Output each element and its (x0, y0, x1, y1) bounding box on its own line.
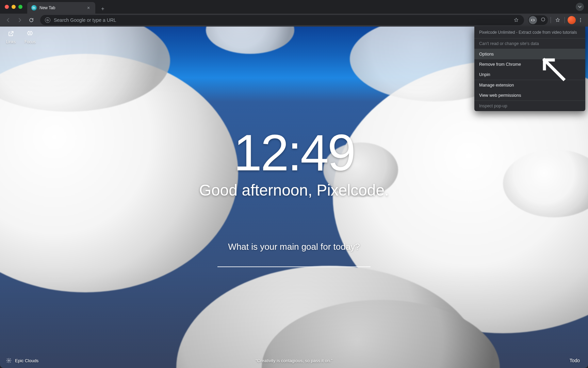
clock: 12:49 (199, 127, 389, 178)
toolbar-divider (565, 17, 565, 23)
svg-point-0 (580, 18, 581, 19)
omnibox[interactable]: G Search Google or type a URL (40, 15, 524, 25)
tab-search-button[interactable] (576, 3, 584, 11)
goal-prompt: What is your main goal for today? (217, 242, 371, 252)
menu-item-inspect: Inspect pop-up (474, 101, 585, 111)
svg-point-2 (580, 21, 581, 22)
reload-button[interactable] (27, 15, 36, 25)
brain-icon (26, 30, 34, 37)
browser-tab[interactable]: m New Tab × (27, 2, 95, 14)
titlebar: m New Tab × + (0, 0, 588, 14)
svg-point-1 (580, 20, 581, 21)
links-tool[interactable]: Links (6, 30, 16, 44)
menu-item-options[interactable]: Options (474, 49, 585, 59)
svg-point-3 (8, 360, 10, 361)
focus-label: Focus (24, 40, 36, 44)
context-menu-title: Pixelcode Unlimited - Extract code from … (474, 27, 585, 38)
extension-context-menu: Pixelcode Unlimited - Extract code from … (474, 27, 585, 111)
toolbar-divider (551, 17, 551, 23)
bookmark-star-icon[interactable] (513, 17, 519, 23)
quote: “Creativity is contagious, so pass it on… (256, 358, 332, 363)
menu-item-unpin[interactable]: Unpin (474, 70, 585, 80)
tab-strip: m New Tab × + (27, 0, 583, 14)
profile-avatar[interactable] (568, 16, 576, 24)
todo-label: Todo (570, 358, 580, 363)
close-window-button[interactable] (5, 5, 9, 9)
menu-item-remove[interactable]: Remove from Chrome (474, 59, 585, 70)
extensions-puzzle-icon[interactable] (539, 16, 547, 24)
chrome-menu-button[interactable] (576, 16, 585, 24)
back-button[interactable] (3, 15, 13, 25)
goal-widget: What is your main goal for today? (217, 242, 371, 267)
photo-credit-label: Epic Clouds (15, 358, 38, 363)
menu-item-view-perms[interactable]: View web permissions (474, 90, 585, 101)
menu-item-manage[interactable]: Manage extension (474, 80, 585, 90)
photo-credit[interactable]: Epic Clouds (6, 358, 38, 363)
menu-item-site-access: Can't read or change site's data (474, 39, 585, 49)
browser-window: m New Tab × + G Search Google or type a … (0, 0, 588, 368)
links-label: Links (6, 40, 16, 44)
search-engine-icon: G (45, 17, 50, 23)
tab-favicon: m (31, 5, 37, 11)
goal-input-underline[interactable] (217, 266, 371, 267)
todo-link[interactable]: Todo (570, 358, 580, 363)
close-tab-icon[interactable]: × (86, 5, 91, 11)
omnibox-placeholder: Search Google or type a URL (54, 17, 116, 23)
greeting: Good afternoon, Pixelcode. (199, 181, 389, 199)
window-controls (5, 5, 22, 9)
forward-button[interactable] (15, 15, 24, 25)
bookmark-button[interactable] (554, 16, 562, 24)
tab-title: New Tab (39, 5, 55, 10)
pinned-extension-pill (528, 15, 548, 25)
pixelcode-extension-icon[interactable] (529, 16, 537, 24)
minimize-window-button[interactable] (12, 5, 16, 9)
center-widget: 12:49 Good afternoon, Pixelcode. (199, 127, 389, 199)
new-tab-button[interactable]: + (98, 4, 108, 14)
extensions-area (528, 15, 585, 25)
external-link-icon (7, 30, 15, 37)
gear-icon (6, 358, 12, 363)
focus-tool[interactable]: Focus (24, 30, 36, 44)
top-left-tools: Links Focus (6, 30, 36, 44)
maximize-window-button[interactable] (18, 5, 22, 9)
toolbar: G Search Google or type a URL (0, 14, 588, 27)
